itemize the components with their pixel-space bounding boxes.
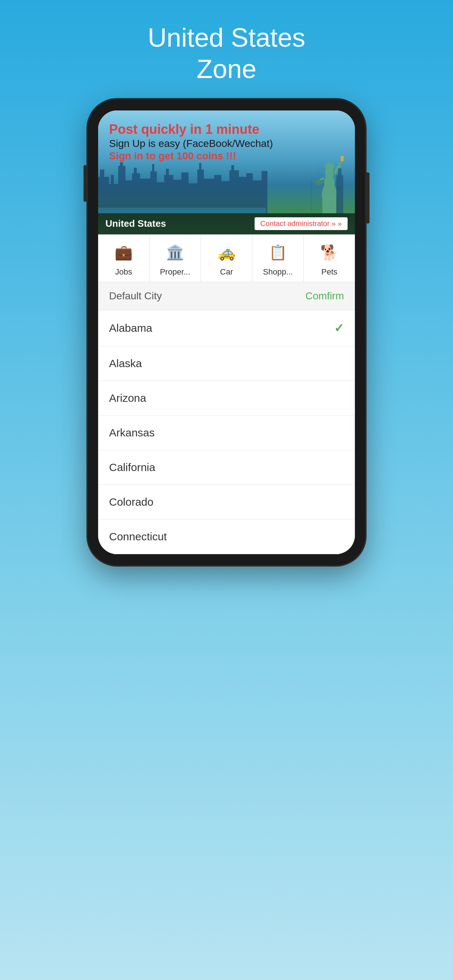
page-title-line1: United States [148, 23, 305, 52]
state-item-arkansas[interactable]: Arkansas [98, 415, 355, 450]
promo-line2: Sign Up is easy (FaceBook/Wechat) [109, 137, 297, 150]
tab-jobs[interactable]: 💼 Jobs [98, 234, 150, 282]
svg-rect-27 [152, 164, 154, 213]
page-title-line2: Zone [196, 54, 257, 83]
phone-screen: Post quickly in 1 minute Sign Up is easy… [98, 110, 355, 554]
svg-rect-15 [338, 168, 342, 213]
tab-car-label: Car [220, 267, 233, 277]
banner-promo-text: Post quickly in 1 minute Sign Up is easy… [109, 121, 297, 162]
state-item-colorado[interactable]: Colorado [98, 485, 355, 520]
svg-rect-35 [199, 163, 201, 213]
svg-rect-44 [262, 171, 267, 213]
banner-bottom-bar: United States Contact administrator » » [98, 213, 355, 234]
category-tabs: 💼 Jobs 🏛️ Proper... 🚕 Car 📋 Shopp... 🐕 P… [98, 234, 355, 282]
tab-car[interactable]: 🚕 Car [201, 234, 252, 282]
svg-rect-40 [231, 165, 234, 213]
svg-point-10 [340, 156, 344, 159]
country-label: United States [105, 218, 166, 229]
state-item-alabama[interactable]: Alabama ✓ [98, 310, 355, 346]
svg-rect-32 [181, 172, 188, 213]
contact-admin-link[interactable]: Contact administrator » » [255, 217, 348, 230]
state-name-arizona: Arizona [109, 392, 146, 404]
state-name-california: California [109, 461, 155, 474]
tab-shopping[interactable]: 📋 Shopp... [252, 234, 304, 282]
state-name-colorado: Colorado [109, 496, 153, 508]
selected-checkmark-alabama: ✓ [334, 321, 344, 335]
pets-icon: 🐕 [318, 241, 341, 264]
tab-property-label: Proper... [160, 267, 190, 277]
phone-notch [197, 100, 256, 110]
statue-of-liberty-icon [311, 144, 348, 213]
promo-line1: Post quickly in 1 minute [109, 121, 297, 137]
page-header: United States Zone [148, 0, 305, 100]
svg-rect-17 [100, 170, 104, 213]
promo-banner[interactable]: Post quickly in 1 minute Sign Up is easy… [98, 110, 355, 234]
promo-line3: Sign in to get 100 coins !!! [109, 150, 297, 162]
svg-rect-19 [111, 175, 114, 213]
tab-pets-label: Pets [321, 267, 337, 277]
state-item-connecticut[interactable]: Connecticut [98, 520, 355, 554]
tab-shopping-label: Shopp... [263, 267, 293, 277]
skyline-icon [98, 155, 291, 213]
jobs-icon: 💼 [112, 241, 135, 264]
promo-suffix: coins !!! [194, 150, 236, 162]
svg-rect-42 [246, 173, 253, 213]
svg-rect-30 [166, 169, 169, 213]
state-name-connecticut: Connecticut [109, 530, 167, 543]
svg-rect-12 [311, 179, 311, 213]
svg-rect-0 [322, 197, 336, 213]
state-item-alaska[interactable]: Alaska [98, 346, 355, 381]
tab-jobs-label: Jobs [115, 267, 132, 277]
promo-prefix: Sign in to get [109, 150, 177, 162]
svg-marker-4 [328, 161, 330, 164]
state-name-alaska: Alaska [109, 357, 142, 370]
svg-rect-11 [316, 180, 322, 185]
state-item-california[interactable]: California [98, 450, 355, 485]
property-icon: 🏛️ [163, 241, 187, 264]
svg-rect-24 [134, 168, 137, 213]
car-icon: 🚕 [215, 241, 238, 264]
shopping-icon: 📋 [266, 241, 290, 264]
state-name-alabama: Alabama [109, 322, 152, 334]
promo-coins: 100 [177, 150, 194, 162]
state-list: Alabama ✓ Alaska Arizona Arkansas Califo… [98, 310, 355, 554]
confirm-button[interactable]: Comfirm [305, 290, 344, 302]
default-city-label: Default City [109, 290, 162, 302]
tab-pets[interactable]: 🐕 Pets [304, 234, 355, 282]
svg-rect-45 [98, 208, 266, 213]
svg-rect-21 [120, 162, 123, 213]
tab-property[interactable]: 🏛️ Proper... [150, 234, 201, 282]
default-city-bar: Default City Comfirm [98, 282, 355, 310]
svg-rect-37 [214, 175, 222, 213]
state-item-arizona[interactable]: Arizona [98, 381, 355, 415]
svg-rect-1 [324, 179, 335, 199]
phone-frame: Post quickly in 1 minute Sign Up is easy… [88, 100, 365, 565]
state-name-arkansas: Arkansas [109, 426, 155, 439]
